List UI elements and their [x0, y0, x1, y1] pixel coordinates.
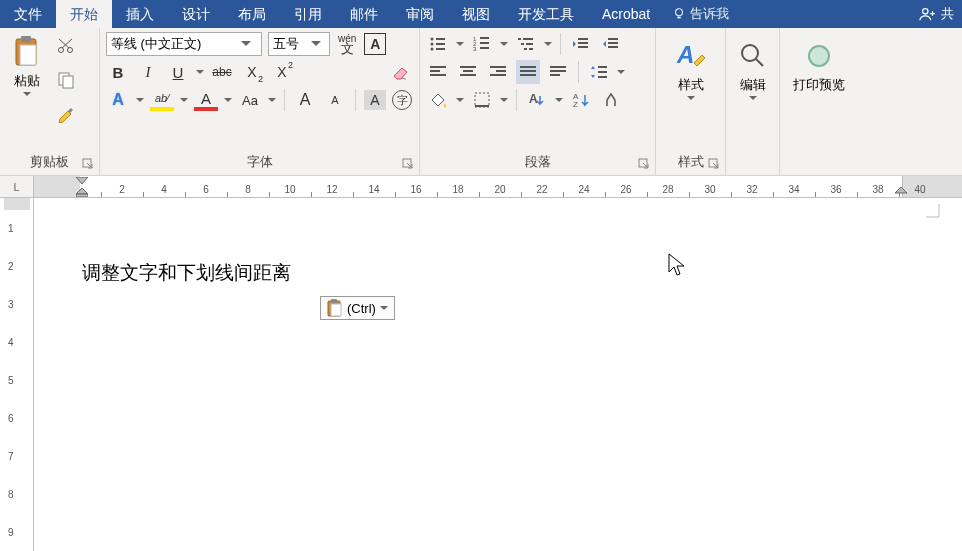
phonetic-guide-button[interactable]: wén 文 — [336, 32, 358, 56]
chevron-down-icon — [23, 92, 31, 97]
ruler-mark: 24 — [578, 184, 589, 195]
tab-home[interactable]: 开始 — [56, 0, 112, 28]
document-text[interactable]: 调整文字和下划线间距离 — [82, 260, 291, 286]
tab-references[interactable]: 引用 — [280, 0, 336, 28]
copy-button[interactable] — [54, 68, 78, 92]
chevron-down-icon[interactable] — [241, 41, 251, 47]
align-right-button[interactable] — [486, 60, 510, 84]
tab-layout[interactable]: 布局 — [224, 0, 280, 28]
tab-insert[interactable]: 插入 — [112, 0, 168, 28]
underline-button[interactable]: U — [166, 60, 190, 84]
change-case-button[interactable]: Aa — [238, 88, 262, 112]
font-size-input[interactable] — [269, 37, 311, 52]
subscript-button[interactable]: X2 — [240, 60, 264, 84]
svg-rect-46 — [520, 74, 536, 76]
paragraph-launcher[interactable] — [637, 158, 651, 172]
numbering-button[interactable]: 123 — [470, 32, 494, 56]
edit-button[interactable]: 编辑 — [732, 32, 773, 148]
show-marks-button[interactable] — [599, 88, 623, 112]
ruler-mark: 28 — [662, 184, 673, 195]
share-button[interactable]: 共 — [911, 5, 962, 23]
ruler-mark: 6 — [203, 184, 209, 195]
line-spacing-button[interactable] — [587, 60, 611, 84]
grow-font-button[interactable]: A — [293, 88, 317, 112]
format-painter-button[interactable] — [54, 102, 78, 126]
text-effects-dropdown[interactable] — [136, 88, 144, 112]
align-left-button[interactable] — [426, 60, 450, 84]
chevron-down-icon — [380, 306, 388, 311]
tab-design[interactable]: 设计 — [168, 0, 224, 28]
tab-mail[interactable]: 邮件 — [336, 0, 392, 28]
hanging-indent-marker[interactable] — [76, 188, 88, 197]
ruler-corner[interactable]: L — [0, 176, 34, 197]
superscript-button[interactable]: X2 — [270, 60, 294, 84]
text-effects-button[interactable]: A — [106, 88, 130, 112]
styles-button[interactable]: A 样式 — [662, 32, 719, 148]
font-color-dropdown[interactable] — [224, 88, 232, 112]
italic-button[interactable]: I — [136, 60, 160, 84]
font-size-combo[interactable] — [268, 32, 330, 56]
ruler-h-track[interactable]: 246810121416182022242628303234363840 — [34, 176, 962, 197]
tell-me[interactable]: 告诉我 — [672, 5, 729, 23]
svg-text:A: A — [529, 92, 538, 106]
sort-button[interactable]: AZ — [569, 88, 593, 112]
ruler-mark: 4 — [161, 184, 167, 195]
clipboard-icon — [10, 34, 44, 70]
bullets-button[interactable] — [426, 32, 450, 56]
chevron-down-icon — [749, 96, 757, 101]
svg-rect-28 — [529, 48, 533, 50]
enclose-char-button[interactable]: 字 — [392, 90, 412, 110]
tab-review[interactable]: 审阅 — [392, 0, 448, 28]
align-justify-button[interactable] — [516, 60, 540, 84]
tab-file[interactable]: 文件 — [0, 0, 56, 28]
print-preview-button[interactable]: 打印预览 — [786, 32, 852, 148]
char-shading-button[interactable]: A — [364, 90, 386, 110]
bold-button[interactable]: B — [106, 60, 130, 84]
underline-dropdown[interactable] — [196, 60, 204, 84]
clear-format-button[interactable] — [389, 60, 413, 84]
right-indent-marker[interactable] — [895, 187, 907, 197]
align-distribute-button[interactable] — [546, 60, 570, 84]
chevron-down-icon[interactable] — [311, 41, 321, 47]
styles-launcher[interactable] — [707, 158, 721, 172]
cut-button[interactable] — [54, 34, 78, 58]
highlight-button[interactable]: ab⁄ — [150, 89, 174, 111]
strikethrough-button[interactable]: abc — [210, 60, 234, 84]
shrink-font-button[interactable]: A — [323, 88, 347, 112]
borders-button[interactable] — [470, 88, 494, 112]
font-launcher[interactable] — [401, 158, 415, 172]
clipboard-launcher[interactable] — [81, 158, 95, 172]
ruler-vertical[interactable]: 123456789 — [0, 198, 34, 551]
group-paragraph-label: 段落 — [426, 151, 649, 175]
multilevel-list-button[interactable] — [514, 32, 538, 56]
line-spacing-dropdown[interactable] — [617, 60, 625, 84]
tab-devtools[interactable]: 开发工具 — [504, 0, 588, 28]
bullets-dropdown[interactable] — [456, 32, 464, 56]
char-border-button[interactable]: A — [364, 33, 386, 55]
numbering-dropdown[interactable] — [500, 32, 508, 56]
svg-point-15 — [431, 48, 434, 51]
decrease-indent-button[interactable] — [569, 32, 593, 56]
document-page[interactable]: 调整文字和下划线间距离 (Ctrl) — [34, 198, 962, 551]
shading-dropdown[interactable] — [456, 88, 464, 112]
change-case-dropdown[interactable] — [268, 88, 276, 112]
paste-button[interactable]: 粘贴 — [6, 32, 48, 99]
increase-indent-button[interactable] — [599, 32, 623, 56]
svg-rect-61 — [709, 159, 717, 167]
tab-view[interactable]: 视图 — [448, 0, 504, 28]
text-direction-dropdown[interactable] — [555, 88, 563, 112]
font-color-button[interactable]: A — [194, 89, 218, 111]
svg-rect-44 — [520, 66, 536, 68]
paste-options-button[interactable]: (Ctrl) — [320, 296, 395, 320]
multilevel-dropdown[interactable] — [544, 32, 552, 56]
tab-acrobat[interactable]: Acrobat — [588, 0, 664, 28]
shading-button[interactable] — [426, 88, 450, 112]
align-center-button[interactable] — [456, 60, 480, 84]
highlight-dropdown[interactable] — [180, 88, 188, 112]
borders-dropdown[interactable] — [500, 88, 508, 112]
text-direction-button[interactable]: A — [525, 88, 549, 112]
ruler-horizontal[interactable]: L 246810121416182022242628303234363840 — [0, 176, 962, 198]
font-name-combo[interactable] — [106, 32, 262, 56]
font-name-input[interactable] — [107, 37, 241, 52]
first-line-indent-marker[interactable] — [76, 177, 88, 185]
